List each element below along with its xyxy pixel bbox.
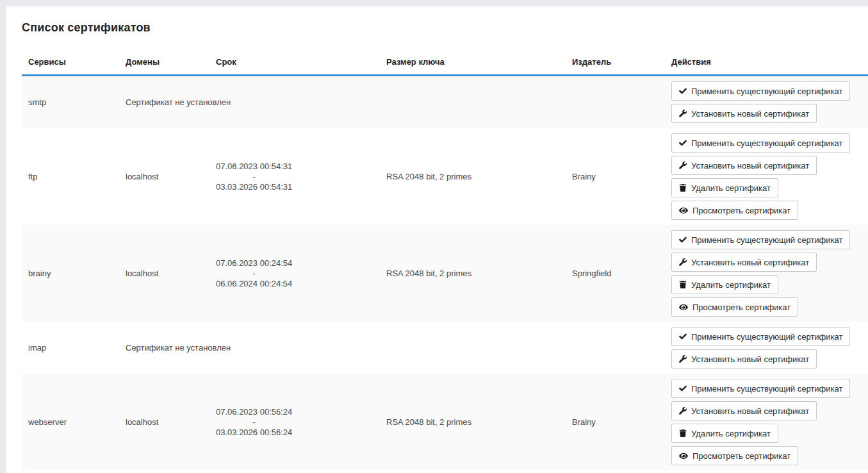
eye-icon bbox=[679, 303, 688, 311]
eye-icon bbox=[679, 452, 688, 460]
actions-stack: Применить существующий сертификатУстанов… bbox=[671, 327, 862, 369]
domains-cell: localhost bbox=[119, 225, 209, 322]
action-button-label: Установить новый сертификат bbox=[691, 161, 809, 170]
term-range: 07.06.2023 00:56:24-03.03.2026 00:56:24 bbox=[216, 407, 292, 438]
service-cell: brainy bbox=[22, 225, 119, 322]
certificate-row-webserver: webserverlocalhost07.06.2023 00:56:24-03… bbox=[22, 374, 868, 470]
view-certificate-button[interactable]: Просмотреть сертификат bbox=[671, 446, 798, 465]
trash-icon bbox=[679, 429, 687, 437]
apply-existing-certificate-button[interactable]: Применить существующий сертификат bbox=[671, 327, 850, 346]
service-cell: imap bbox=[22, 322, 119, 374]
actions-stack: Применить существующий сертификатУстанов… bbox=[671, 81, 862, 123]
actions-cell: Применить существующий сертификатУстанов… bbox=[665, 128, 868, 225]
term-separator: - bbox=[216, 269, 292, 279]
issuer-cell: Springfield bbox=[566, 225, 665, 322]
install-new-certificate-button[interactable]: Установить новый сертификат bbox=[671, 156, 817, 175]
actions-stack: Применить существующий сертификатУстанов… bbox=[671, 379, 862, 465]
action-button-label: Удалить сертификат bbox=[691, 183, 771, 193]
not-installed-cell: Сертификат не установлен bbox=[119, 76, 665, 129]
action-button-label: Просмотреть сертификат bbox=[692, 303, 790, 312]
actions-cell: Применить существующий сертификатУстанов… bbox=[665, 76, 868, 129]
check-icon bbox=[679, 385, 687, 392]
term-to: 03.03.2026 00:54:31 bbox=[216, 182, 292, 192]
install-new-certificate-button[interactable]: Установить новый сертификат bbox=[671, 104, 817, 123]
certificate-row-imap: imapСертификат не установленПрименить су… bbox=[22, 322, 868, 374]
wrench-icon bbox=[679, 355, 687, 363]
action-button-label: Удалить сертификат bbox=[691, 429, 771, 438]
column-header-key_size: Размер ключа bbox=[380, 52, 566, 76]
certificate-row-brainy: brainylocalhost07.06.2023 00:24:54-06.06… bbox=[22, 225, 868, 322]
eye-icon bbox=[679, 206, 688, 215]
check-icon bbox=[679, 333, 687, 340]
column-header-actions: Действия bbox=[665, 52, 868, 76]
action-button-label: Установить новый сертификат bbox=[691, 354, 809, 364]
term-cell: 07.06.2023 00:24:54-06.06.2024 00:24:54 bbox=[209, 225, 380, 322]
check-icon bbox=[679, 236, 687, 244]
apply-existing-certificate-button[interactable]: Применить существующий сертификат bbox=[671, 379, 850, 398]
certificates-card: Список сертификатов СервисыДоменыСрокРаз… bbox=[6, 6, 868, 473]
wrench-icon bbox=[679, 407, 687, 415]
actions-cell: Применить существующий сертификатУстанов… bbox=[665, 374, 868, 470]
column-header-term: Срок bbox=[209, 52, 380, 76]
wrench-icon bbox=[679, 258, 687, 266]
actions-stack: Применить существующий сертификатУстанов… bbox=[671, 230, 862, 317]
action-button-label: Просмотреть сертификат bbox=[692, 206, 790, 215]
view-certificate-button[interactable]: Просмотреть сертификат bbox=[671, 297, 798, 317]
service-cell: ftp bbox=[22, 128, 119, 225]
term-from: 07.06.2023 00:56:24 bbox=[216, 407, 292, 417]
not-installed-cell: Сертификат не установлен bbox=[119, 322, 665, 374]
apply-existing-certificate-button[interactable]: Применить существующий сертификат bbox=[671, 81, 850, 101]
service-cell: smtp bbox=[22, 76, 119, 129]
page-title: Список сертификатов bbox=[22, 21, 868, 35]
term-separator: - bbox=[216, 172, 292, 182]
term-range: 07.06.2023 00:24:54-06.06.2024 00:24:54 bbox=[216, 258, 292, 289]
action-button-label: Применить существующий сертификат bbox=[691, 332, 842, 342]
actions-cell: Применить существующий сертификатУстанов… bbox=[665, 225, 868, 322]
domains-cell: localhost bbox=[119, 374, 209, 470]
term-range: 07.06.2023 00:54:31-03.03.2026 00:54:31 bbox=[216, 162, 292, 192]
table-header-row: СервисыДоменыСрокРазмер ключаИздательДей… bbox=[22, 52, 868, 76]
certificate-row-smtp: smtpСертификат не установленПрименить су… bbox=[22, 76, 868, 129]
delete-certificate-button[interactable]: Удалить сертификат bbox=[671, 178, 778, 197]
action-button-label: Применить существующий сертификат bbox=[691, 235, 842, 245]
check-icon bbox=[679, 87, 687, 95]
delete-certificate-button[interactable]: Удалить сертификат bbox=[671, 424, 778, 443]
action-button-label: Применить существующий сертификат bbox=[691, 138, 842, 148]
term-to: 06.06.2024 00:24:54 bbox=[216, 279, 292, 289]
delete-certificate-button[interactable]: Удалить сертификат bbox=[671, 275, 778, 294]
action-button-label: Установить новый сертификат bbox=[691, 258, 809, 267]
certificates-table: СервисыДоменыСрокРазмер ключаИздательДей… bbox=[22, 52, 868, 470]
column-header-issuer: Издатель bbox=[566, 52, 665, 76]
term-cell: 07.06.2023 00:56:24-03.03.2026 00:56:24 bbox=[209, 374, 380, 470]
certificate-row-ftp: ftplocalhost07.06.2023 00:54:31-03.03.20… bbox=[22, 128, 868, 225]
domains-cell: localhost bbox=[119, 128, 209, 225]
actions-cell: Применить существующий сертификатУстанов… bbox=[665, 322, 868, 374]
key-size-cell: RSA 2048 bit, 2 primes bbox=[380, 225, 566, 322]
install-new-certificate-button[interactable]: Установить новый сертификат bbox=[671, 253, 817, 272]
term-separator: - bbox=[216, 417, 292, 427]
apply-existing-certificate-button[interactable]: Применить существующий сертификат bbox=[671, 133, 850, 153]
key-size-cell: RSA 2048 bit, 2 primes bbox=[380, 374, 566, 470]
check-icon bbox=[679, 139, 687, 147]
apply-existing-certificate-button[interactable]: Применить существующий сертификат bbox=[671, 230, 850, 249]
service-cell: webserver bbox=[22, 374, 119, 470]
issuer-cell: Brainy bbox=[566, 128, 665, 225]
action-button-label: Применить существующий сертификат bbox=[691, 384, 842, 394]
wrench-icon bbox=[679, 162, 687, 169]
term-to: 03.03.2026 00:56:24 bbox=[216, 427, 292, 438]
column-header-domains: Домены bbox=[119, 52, 209, 76]
issuer-cell: Brainy bbox=[566, 374, 665, 470]
action-button-label: Просмотреть сертификат bbox=[692, 451, 790, 461]
term-from: 07.06.2023 00:24:54 bbox=[216, 258, 292, 269]
view-certificate-button[interactable]: Просмотреть сертификат bbox=[671, 201, 798, 220]
trash-icon bbox=[679, 184, 687, 192]
wrench-icon bbox=[679, 110, 687, 117]
column-header-service: Сервисы bbox=[22, 52, 119, 76]
action-button-label: Удалить сертификат bbox=[691, 280, 771, 290]
install-new-certificate-button[interactable]: Установить новый сертификат bbox=[671, 349, 817, 369]
actions-stack: Применить существующий сертификатУстанов… bbox=[671, 133, 862, 220]
trash-icon bbox=[679, 281, 687, 288]
term-from: 07.06.2023 00:54:31 bbox=[216, 162, 292, 172]
action-button-label: Установить новый сертификат bbox=[691, 406, 809, 416]
install-new-certificate-button[interactable]: Установить новый сертификат bbox=[671, 401, 817, 420]
